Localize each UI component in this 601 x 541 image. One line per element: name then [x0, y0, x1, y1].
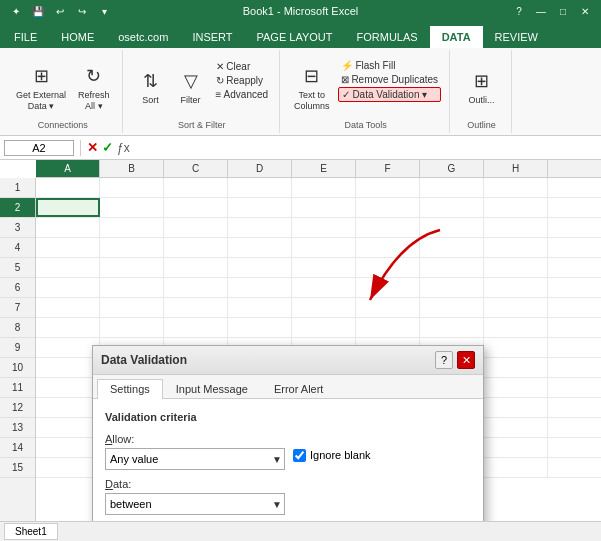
cell-a5[interactable] — [36, 258, 100, 277]
cell-g3[interactable] — [420, 218, 484, 237]
cell-b8[interactable] — [100, 318, 164, 337]
formula-input[interactable] — [134, 142, 597, 154]
cell-c7[interactable] — [164, 298, 228, 317]
cell-a7[interactable] — [36, 298, 100, 317]
save-icon[interactable]: 💾 — [30, 3, 46, 19]
cell-f4[interactable] — [356, 238, 420, 257]
cell-h7[interactable] — [484, 298, 548, 317]
cell-h10[interactable] — [484, 358, 548, 377]
cell-e2[interactable] — [292, 198, 356, 217]
cell-a10[interactable] — [36, 358, 100, 377]
row-num-1[interactable]: 1 — [0, 178, 35, 198]
cell-h11[interactable] — [484, 378, 548, 397]
cell-e7[interactable] — [292, 298, 356, 317]
cell-a8[interactable] — [36, 318, 100, 337]
row-num-11[interactable]: 11 — [0, 378, 35, 398]
row-num-8[interactable]: 8 — [0, 318, 35, 338]
cell-b6[interactable] — [100, 278, 164, 297]
col-header-b[interactable]: B — [100, 160, 164, 177]
row-num-12[interactable]: 12 — [0, 398, 35, 418]
cell-a15[interactable] — [36, 458, 100, 477]
cancel-formula-icon[interactable]: ✕ — [87, 140, 98, 155]
cell-f8[interactable] — [356, 318, 420, 337]
cell-a14[interactable] — [36, 438, 100, 457]
cell-h4[interactable] — [484, 238, 548, 257]
cell-c3[interactable] — [164, 218, 228, 237]
cell-b3[interactable] — [100, 218, 164, 237]
cell-g1[interactable] — [420, 178, 484, 197]
col-header-a[interactable]: A — [36, 160, 100, 177]
close-button[interactable]: ✕ — [577, 3, 593, 19]
minimize-button[interactable]: — — [533, 3, 549, 19]
cell-a3[interactable] — [36, 218, 100, 237]
sheet-tab-1[interactable]: Sheet1 — [4, 523, 58, 540]
cell-h8[interactable] — [484, 318, 548, 337]
row-num-4[interactable]: 4 — [0, 238, 35, 258]
dialog-close-button[interactable]: ✕ — [457, 351, 475, 369]
remove-duplicates-button[interactable]: ⊠ Remove Duplicates — [338, 73, 441, 86]
cell-f1[interactable] — [356, 178, 420, 197]
cell-c1[interactable] — [164, 178, 228, 197]
cell-d7[interactable] — [228, 298, 292, 317]
cell-b4[interactable] — [100, 238, 164, 257]
clear-button[interactable]: ✕ Clear — [213, 60, 272, 73]
cell-h14[interactable] — [484, 438, 548, 457]
col-header-g[interactable]: G — [420, 160, 484, 177]
cell-h1[interactable] — [484, 178, 548, 197]
row-num-7[interactable]: 7 — [0, 298, 35, 318]
cell-a13[interactable] — [36, 418, 100, 437]
col-header-d[interactable]: D — [228, 160, 292, 177]
tab-osetc[interactable]: osetc.com — [106, 26, 180, 48]
row-num-13[interactable]: 13 — [0, 418, 35, 438]
cell-f7[interactable] — [356, 298, 420, 317]
get-external-data-button[interactable]: ⊞ Get ExternalData ▾ — [12, 60, 70, 114]
cell-f6[interactable] — [356, 278, 420, 297]
redo-icon[interactable]: ↪ — [74, 3, 90, 19]
col-header-e[interactable]: E — [292, 160, 356, 177]
cell-c5[interactable] — [164, 258, 228, 277]
cell-e3[interactable] — [292, 218, 356, 237]
row-num-3[interactable]: 3 — [0, 218, 35, 238]
cell-f3[interactable] — [356, 218, 420, 237]
cell-d1[interactable] — [228, 178, 292, 197]
row-num-5[interactable]: 5 — [0, 258, 35, 278]
advanced-button[interactable]: ≡ Advanced — [213, 88, 272, 101]
cell-g5[interactable] — [420, 258, 484, 277]
tab-settings[interactable]: Settings — [97, 379, 163, 399]
row-num-10[interactable]: 10 — [0, 358, 35, 378]
tab-formulas[interactable]: FORMULAS — [345, 26, 430, 48]
cell-d5[interactable] — [228, 258, 292, 277]
cell-h3[interactable] — [484, 218, 548, 237]
cell-e8[interactable] — [292, 318, 356, 337]
cell-d8[interactable] — [228, 318, 292, 337]
cell-h5[interactable] — [484, 258, 548, 277]
name-box[interactable] — [4, 140, 74, 156]
tab-insert[interactable]: INSERT — [180, 26, 244, 48]
cell-a6[interactable] — [36, 278, 100, 297]
filter-button[interactable]: ▽ Filter — [173, 65, 209, 108]
tab-home[interactable]: HOME — [49, 26, 106, 48]
refresh-all-button[interactable]: ↻ RefreshAll ▾ — [74, 60, 114, 114]
confirm-formula-icon[interactable]: ✓ — [102, 140, 113, 155]
cell-c2[interactable] — [164, 198, 228, 217]
row-num-15[interactable]: 15 — [0, 458, 35, 478]
cell-g4[interactable] — [420, 238, 484, 257]
cell-h2[interactable] — [484, 198, 548, 217]
tab-file[interactable]: FILE — [2, 26, 49, 48]
reapply-button[interactable]: ↻ Reapply — [213, 74, 272, 87]
cell-a2[interactable] — [36, 198, 100, 217]
ignore-blank-checkbox[interactable] — [293, 449, 306, 462]
cell-h6[interactable] — [484, 278, 548, 297]
outline-button[interactable]: ⊞ Outli... — [464, 65, 500, 108]
data-dropdown[interactable]: between not between equal to not equal t… — [105, 493, 285, 515]
cell-e1[interactable] — [292, 178, 356, 197]
help-icon[interactable]: ? — [511, 3, 527, 19]
cell-f2[interactable] — [356, 198, 420, 217]
cell-d4[interactable] — [228, 238, 292, 257]
dialog-help-button[interactable]: ? — [435, 351, 453, 369]
cell-f5[interactable] — [356, 258, 420, 277]
row-num-14[interactable]: 14 — [0, 438, 35, 458]
cell-a11[interactable] — [36, 378, 100, 397]
cell-b2[interactable] — [100, 198, 164, 217]
data-validation-button[interactable]: ✓ Data Validation ▾ — [338, 87, 441, 102]
